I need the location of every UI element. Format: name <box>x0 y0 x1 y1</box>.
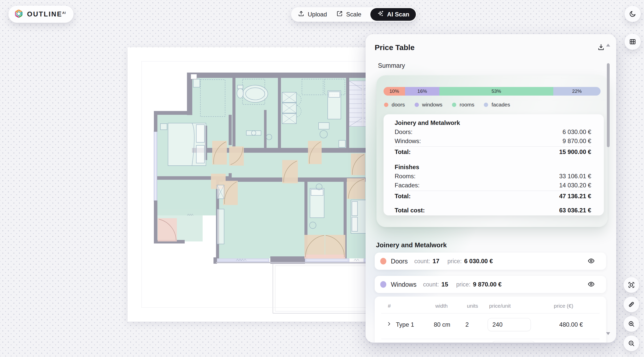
main-toolbar: Upload Scale AI Scan <box>291 7 417 22</box>
total-label: Total: <box>395 147 411 157</box>
total-label: Total: <box>395 192 411 201</box>
divider <box>395 191 591 191</box>
scroll-up-arrow[interactable] <box>606 44 610 47</box>
bar-legend: doors windows rooms facades <box>384 102 601 108</box>
scroll-down-arrow[interactable] <box>606 332 610 335</box>
scale-label: Scale <box>346 11 361 18</box>
ai-scan-label: AI Scan <box>387 11 409 18</box>
price-value: 9 870.00 € <box>473 281 502 288</box>
col-header-width: width <box>435 303 467 309</box>
row-price: 480.00 € <box>541 321 588 328</box>
panel-scrollbar[interactable] <box>607 63 610 147</box>
legend-dot-windows <box>415 103 419 107</box>
divider <box>395 146 591 147</box>
row-value: 6 030.00 € <box>563 127 591 137</box>
eye-icon <box>587 257 595 265</box>
table-icon <box>629 38 636 46</box>
row-type: Type 1 <box>396 321 414 328</box>
ai-scan-button[interactable]: AI Scan <box>370 8 416 21</box>
row-value: 14 030.20 € <box>559 181 591 190</box>
price-unit-input-partial[interactable] <box>492 341 535 343</box>
row-width: 80 cm <box>434 321 465 328</box>
summary-totals-card: Joinery and Metalwork Doors:6 030.00 € W… <box>384 114 604 215</box>
sparkles-icon <box>377 10 384 19</box>
measure-button[interactable] <box>624 297 639 312</box>
fit-view-button[interactable] <box>624 277 639 293</box>
legend-dot-rooms <box>452 103 456 107</box>
chevron-right-icon[interactable] <box>386 321 392 328</box>
group-heading: Finishes <box>395 163 419 172</box>
row-label: Doors: <box>395 127 413 137</box>
legend-item-rooms: rooms <box>452 102 474 108</box>
zoom-in-icon <box>628 320 635 328</box>
item-row-windows[interactable]: Windows count:15 price:9 870.00 € <box>375 276 606 293</box>
legend-dot-doors <box>384 103 388 107</box>
upload-icon <box>298 10 305 19</box>
item-name: Windows <box>391 281 416 288</box>
count-label: count: <box>414 258 430 265</box>
section-heading: Joinery and Metalwork <box>376 241 606 249</box>
eye-icon <box>587 280 595 289</box>
col-header-price: price (€) <box>543 303 588 309</box>
total-cost-label: Total cost: <box>395 206 425 215</box>
legend-item-facades: facades <box>484 102 510 108</box>
legend-item-doors: doors <box>384 102 405 108</box>
app-logo[interactable]: OUTLINEAI <box>8 6 74 23</box>
count-value: 17 <box>433 258 439 265</box>
dark-mode-button[interactable] <box>625 6 641 22</box>
toggle-visibility-button[interactable] <box>586 256 596 266</box>
col-header-units: units <box>467 303 489 309</box>
logo-text: OUTLINEAI <box>27 10 66 18</box>
bar-segment-windows: 16% <box>405 87 439 96</box>
summary-heading: Summary <box>378 62 606 69</box>
summary-card: 10% 16% 53% 22% doors windows rooms <box>376 75 608 227</box>
price-label: price: <box>456 281 470 288</box>
scale-icon <box>336 10 343 19</box>
zoom-out-icon <box>628 340 635 347</box>
ruler-icon <box>628 301 635 308</box>
total-value: 15 900.00 € <box>559 147 591 157</box>
doors-color-dot <box>380 258 386 264</box>
bar-segment-doors: 10% <box>384 87 405 96</box>
count-value: 15 <box>441 281 448 288</box>
item-name: Doors <box>391 258 408 265</box>
toggle-visibility-button[interactable] <box>586 279 596 290</box>
row-label: Rooms: <box>395 172 416 181</box>
row-units: 2 <box>465 321 488 328</box>
total-cost-value: 63 036.21 € <box>559 206 591 215</box>
price-label: price: <box>447 258 462 265</box>
download-button[interactable] <box>596 42 606 53</box>
app-root: { "app": { "logo_text": "OUTLINE", "logo… <box>0 0 644 357</box>
windows-color-dot <box>380 281 386 288</box>
upload-button[interactable]: Upload <box>298 10 327 19</box>
price-table-panel: Price Table Summary 10% 16% 53% 22% <box>366 34 616 343</box>
table-row: Type 1 80 cm 2 480.00 € <box>375 314 606 336</box>
zoom-in-button[interactable] <box>624 316 639 332</box>
table-view-button[interactable] <box>625 34 641 50</box>
panel-title: Price Table <box>375 43 415 52</box>
col-header-number: # <box>388 303 435 309</box>
cost-distribution-bar: 10% 16% 53% 22% <box>384 87 601 96</box>
scale-button[interactable]: Scale <box>336 10 361 19</box>
price-unit-input[interactable] <box>488 318 531 331</box>
upload-label: Upload <box>308 11 327 18</box>
download-icon <box>597 43 605 52</box>
col-header-price-unit: price/unit <box>489 303 543 309</box>
table-row-partial <box>375 339 606 343</box>
item-row-doors[interactable]: Doors count:17 price:6 030.00 € <box>375 253 606 270</box>
legend-item-windows: windows <box>415 102 443 108</box>
focus-frame-icon <box>628 281 635 289</box>
doors-detail-table: # width units price/unit price (€) Type … <box>375 297 606 343</box>
total-value: 47 136.21 € <box>559 192 591 201</box>
logo-hexagon-icon <box>14 9 23 19</box>
zoom-out-button[interactable] <box>624 336 639 351</box>
group-heading: Joinery and Metalwork <box>395 118 460 127</box>
legend-dot-facades <box>484 103 488 107</box>
moon-icon <box>629 10 636 18</box>
bar-segment-rooms: 53% <box>439 87 553 96</box>
count-label: count: <box>423 281 439 288</box>
row-value: 9 870.00 € <box>563 137 591 146</box>
price-value: 6 030.00 € <box>464 258 493 265</box>
row-label: Windows: <box>395 137 421 146</box>
bar-segment-facades: 22% <box>553 87 601 96</box>
